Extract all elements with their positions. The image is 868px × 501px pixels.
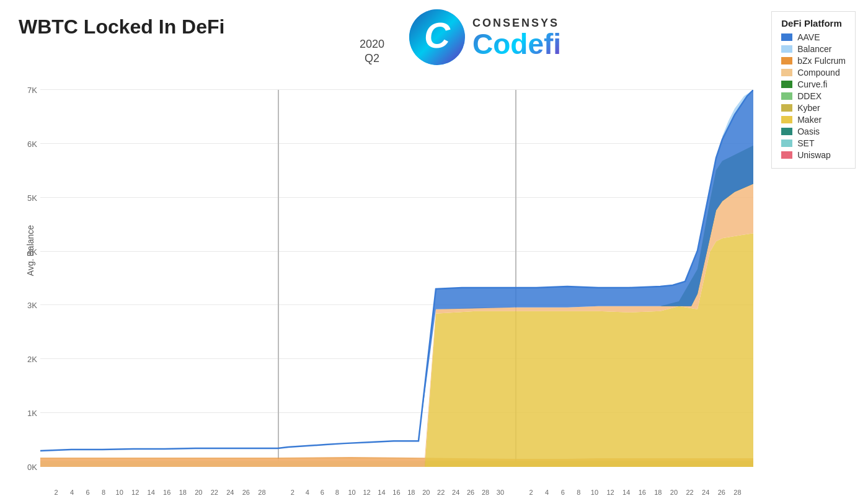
ytick-2k: 2K	[27, 355, 37, 364]
legend: DeFi Platform AAVE Balancer bZx Fulcrum …	[771, 11, 856, 169]
xtick-apr-2: 2	[54, 489, 58, 496]
xtick-may-30: 30	[497, 489, 504, 496]
xtick-apr-18: 18	[179, 489, 187, 496]
ytick-4k: 4K	[27, 247, 37, 256]
xtick-may-2: 2	[291, 489, 294, 496]
xtick-may-22: 22	[437, 489, 445, 496]
xtick-apr-22: 22	[211, 489, 218, 496]
xtick-jun-12: 12	[606, 489, 614, 496]
xtick-apr-10: 10	[116, 489, 123, 496]
xtick-jun-16: 16	[639, 489, 646, 496]
xtick-jun-24: 24	[702, 489, 709, 496]
legend-item-ddex: DDEX	[781, 91, 846, 101]
xtick-apr-8: 8	[102, 489, 105, 496]
ytick-0k: 0K	[27, 463, 37, 472]
legend-item-bzx: bZx Fulcrum	[781, 56, 846, 66]
ytick-6k: 6K	[27, 139, 37, 148]
xtick-jun-28: 28	[733, 489, 741, 496]
svg-text:C: C	[424, 15, 451, 55]
chart-svg	[40, 90, 753, 467]
xtick-may-6: 6	[321, 489, 324, 496]
chart-area: 0K 1K 2K 3K 4K 5K 6K 7K	[40, 90, 753, 467]
xtick-apr-6: 6	[86, 489, 90, 496]
xtick-apr-12: 12	[131, 489, 139, 496]
xtick-apr-24: 24	[226, 489, 234, 496]
xtick-jun-20: 20	[670, 489, 678, 496]
ytick-7k: 7K	[27, 86, 37, 95]
legend-item-set: SET	[781, 138, 846, 148]
xtick-jun-26: 26	[718, 489, 725, 496]
ytick-1k: 1K	[27, 409, 37, 418]
legend-item-uniswap: Uniswap	[781, 150, 846, 160]
xtick-may-28: 28	[482, 489, 489, 496]
legend-item-maker: Maker	[781, 115, 846, 125]
xtick-may-18: 18	[407, 489, 415, 496]
logo-icon: C	[409, 9, 465, 65]
legend-item-kyber: Kyber	[781, 103, 846, 113]
logo-area: C CONSENSYS Codefi	[409, 9, 561, 65]
xtick-may-10: 10	[348, 489, 355, 496]
chart-title: WBTC Locked In DeFi	[19, 16, 224, 38]
xtick-apr-26: 26	[242, 489, 250, 496]
xtick-may-24: 24	[452, 489, 459, 496]
xtick-apr-4: 4	[70, 489, 74, 496]
ytick-3k: 3K	[27, 301, 37, 310]
xtick-jun-22: 22	[686, 489, 693, 496]
period-label: 2020 Q2	[360, 37, 384, 66]
xtick-apr-28: 28	[258, 489, 265, 496]
xtick-may-8: 8	[335, 489, 339, 496]
legend-item-compound: Compound	[781, 68, 846, 78]
area-maker	[40, 233, 753, 467]
ytick-5k: 5K	[27, 193, 37, 202]
xtick-apr-14: 14	[148, 489, 155, 496]
legend-item-aave: AAVE	[781, 32, 846, 42]
chart-container: WBTC Locked In DeFi 2020 Q2 C CONSENSYS	[0, 0, 868, 501]
xtick-may-26: 26	[467, 489, 474, 496]
xtick-may-4: 4	[306, 489, 309, 496]
xtick-jun-18: 18	[654, 489, 662, 496]
xtick-may-14: 14	[378, 489, 385, 496]
xtick-apr-16: 16	[163, 489, 170, 496]
xtick-may-20: 20	[422, 489, 430, 496]
legend-item-balancer: Balancer	[781, 44, 846, 54]
xtick-jun-10: 10	[591, 489, 598, 496]
xtick-may-12: 12	[363, 489, 370, 496]
xtick-jun-14: 14	[622, 489, 630, 496]
xtick-apr-20: 20	[195, 489, 202, 496]
logo-text: CONSENSYS Codefi	[472, 17, 561, 58]
xtick-jun-4: 4	[545, 489, 549, 496]
xtick-jun-6: 6	[561, 489, 565, 496]
legend-item-oasis: Oasis	[781, 126, 846, 136]
xtick-jun-8: 8	[577, 489, 580, 496]
legend-item-curve: Curve.fi	[781, 79, 846, 89]
xtick-jun-2: 2	[529, 489, 533, 496]
xtick-may-16: 16	[392, 489, 400, 496]
